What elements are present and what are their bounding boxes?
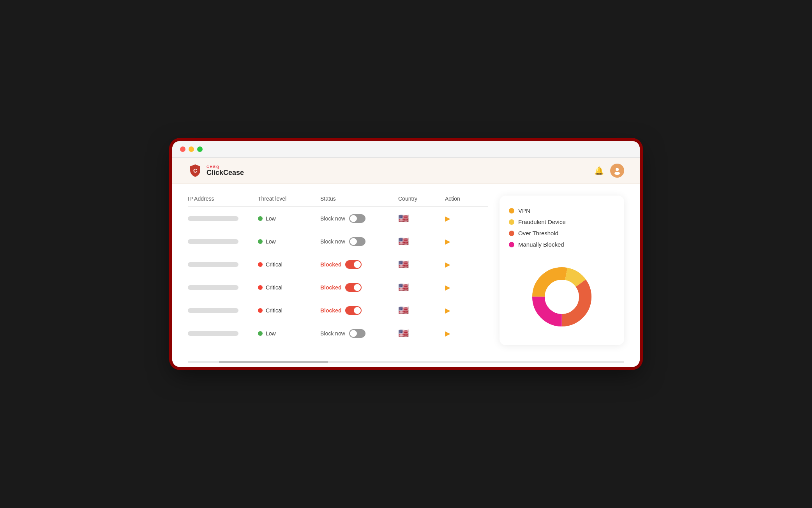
svg-point-1 [616, 168, 619, 171]
action-play-button[interactable]: ▶ [445, 260, 476, 269]
scrollbar-track[interactable] [188, 361, 624, 363]
legend-label-vpn: VPN [518, 207, 530, 214]
action-play-button[interactable]: ▶ [445, 329, 476, 338]
ip-address [188, 239, 238, 244]
legend-label-manually-blocked: Manually Blocked [518, 241, 564, 248]
browser-window: C CHEQ ClickCease 🔔 IP Address Threat [172, 141, 640, 367]
table-row: Critical Blocked 🇺🇸 ▶ [188, 276, 488, 299]
user-avatar-icon [613, 166, 621, 175]
block-toggle[interactable] [349, 237, 365, 246]
country-flag: 🇺🇸 [398, 305, 445, 316]
action-play-button[interactable]: ▶ [445, 306, 476, 315]
table-row: Low Block now 🇺🇸 ▶ [188, 230, 488, 253]
threat-indicator-critical [258, 262, 263, 267]
table-section: IP Address Threat level Status Country A… [188, 196, 488, 345]
ip-address [188, 331, 238, 336]
status-text-blocked: Blocked [320, 307, 341, 314]
status-cell: Block now [320, 214, 398, 223]
threat-indicator-low [258, 239, 263, 244]
svg-point-2 [614, 172, 620, 175]
legend-label-overthreshold: Over Threshold [518, 230, 558, 236]
app-header: C CHEQ ClickCease 🔔 [172, 158, 640, 184]
status-cell: Blocked [320, 283, 398, 292]
logo: C CHEQ ClickCease [188, 163, 244, 178]
logo-text: CHEQ ClickCease [207, 165, 244, 177]
threat-indicator-critical [258, 308, 263, 313]
threat-indicator-critical [258, 285, 263, 290]
ip-address [188, 285, 238, 290]
legend-item-fraudulent: Fraudulent Device [509, 219, 615, 225]
threat-label: Critical [266, 284, 282, 291]
threat-label: Critical [266, 307, 282, 314]
col-status: Status [320, 196, 398, 202]
ip-address [188, 262, 238, 267]
col-threat: Threat level [258, 196, 320, 202]
threat-label: Low [266, 238, 276, 245]
block-toggle-active[interactable] [345, 283, 362, 292]
table-row: Critical Blocked 🇺🇸 ▶ [188, 253, 488, 276]
threat-label: Low [266, 330, 276, 337]
action-play-button[interactable]: ▶ [445, 214, 476, 223]
donut-chart [509, 262, 615, 332]
action-play-button[interactable]: ▶ [445, 283, 476, 292]
chart-legend: VPN Fraudulent Device Over Threshold Man… [509, 207, 615, 252]
threat-level-cell: Critical [258, 261, 320, 268]
bell-icon[interactable]: 🔔 [594, 166, 604, 175]
table-row: Low Block now 🇺🇸 ▶ [188, 207, 488, 230]
maximize-dot[interactable] [197, 146, 203, 152]
legend-item-overthreshold: Over Threshold [509, 230, 615, 236]
svg-text:C: C [193, 168, 197, 174]
status-cell: Block now [320, 329, 398, 338]
chart-panel: VPN Fraudulent Device Over Threshold Man… [500, 196, 624, 345]
legend-dot-fraudulent [509, 219, 514, 225]
close-dot[interactable] [180, 146, 185, 152]
legend-item-vpn: VPN [509, 207, 615, 214]
block-toggle-active[interactable] [345, 260, 362, 269]
country-flag: 🇺🇸 [398, 282, 445, 293]
legend-dot-vpn [509, 208, 514, 213]
logo-shield-icon: C [188, 163, 203, 178]
threat-indicator-low [258, 331, 263, 336]
status-text: Block now [320, 330, 345, 337]
status-text-blocked: Blocked [320, 284, 341, 291]
table-header: IP Address Threat level Status Country A… [188, 196, 488, 207]
table-row: Low Block now 🇺🇸 ▶ [188, 322, 488, 345]
ip-address [188, 216, 238, 221]
minimize-dot[interactable] [189, 146, 194, 152]
action-play-button[interactable]: ▶ [445, 237, 476, 246]
country-flag: 🇺🇸 [398, 236, 445, 247]
threat-indicator-low [258, 216, 263, 221]
title-bar [172, 141, 640, 158]
block-toggle[interactable] [349, 214, 365, 223]
country-flag: 🇺🇸 [398, 259, 445, 270]
col-action: Action [445, 196, 476, 202]
status-cell: Block now [320, 237, 398, 246]
country-flag: 🇺🇸 [398, 213, 445, 224]
status-text: Block now [320, 238, 345, 245]
main-content: IP Address Threat level Status Country A… [172, 184, 640, 357]
legend-label-fraudulent: Fraudulent Device [518, 219, 566, 225]
threat-level-cell: Low [258, 238, 320, 245]
threat-level-cell: Low [258, 215, 320, 222]
status-text-blocked: Blocked [320, 261, 341, 268]
donut-svg [527, 262, 597, 332]
table-row: Critical Blocked 🇺🇸 ▶ [188, 299, 488, 322]
status-cell: Blocked [320, 306, 398, 315]
legend-item-manually-blocked: Manually Blocked [509, 241, 615, 248]
legend-dot-overthreshold [509, 231, 514, 236]
scrollbar-area [172, 357, 640, 367]
scrollbar-thumb[interactable] [219, 361, 328, 363]
threat-label: Low [266, 215, 276, 222]
col-ip: IP Address [188, 196, 258, 202]
ip-address [188, 308, 238, 313]
avatar[interactable] [610, 164, 624, 178]
logo-clickcease-label: ClickCease [207, 169, 244, 177]
status-text: Block now [320, 215, 345, 222]
block-toggle[interactable] [349, 329, 365, 338]
header-icons: 🔔 [594, 164, 624, 178]
svg-point-8 [545, 280, 579, 314]
block-toggle-active[interactable] [345, 306, 362, 315]
country-flag: 🇺🇸 [398, 328, 445, 339]
logo-cheq-label: CHEQ [207, 165, 244, 169]
threat-level-cell: Critical [258, 284, 320, 291]
